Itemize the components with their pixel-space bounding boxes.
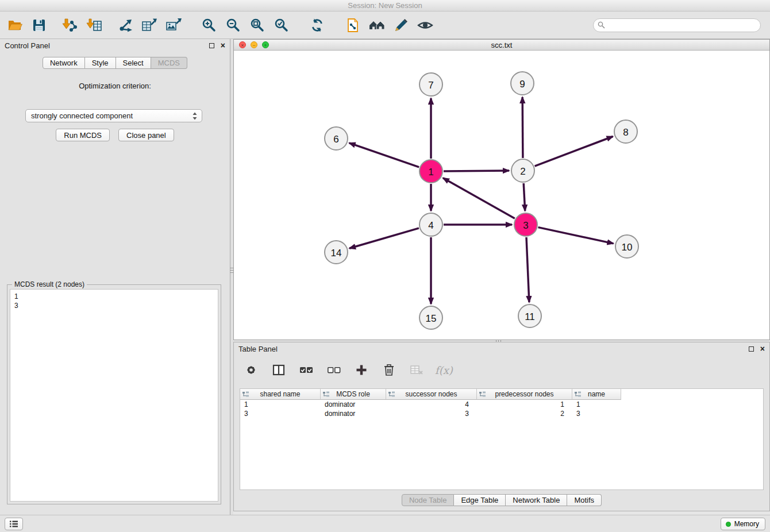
create-column-button[interactable] [352, 360, 371, 380]
graph-edge-2-3[interactable] [523, 183, 525, 211]
search-input[interactable] [593, 18, 761, 32]
maximize-window-icon[interactable]: + [262, 41, 269, 48]
close-panel-icon[interactable]: × [221, 41, 225, 49]
zoom-out-icon [226, 18, 241, 33]
mcds-result-text[interactable]: 13 [10, 289, 218, 502]
graph-edge-2-9[interactable] [522, 97, 523, 158]
table-row[interactable]: 1dominator411 [240, 400, 763, 409]
node-table: shared nameMCDS rolesuccessor nodesprede… [240, 388, 764, 490]
export-table-button[interactable] [140, 16, 159, 35]
export-image-button[interactable] [164, 16, 183, 35]
graph-node-label-11: 11 [525, 311, 535, 322]
window-titlebar[interactable]: Session: New Session [0, 0, 770, 11]
window-title: Session: New Session [348, 1, 422, 10]
table-panel-title: Table Panel [238, 345, 278, 353]
float-table-panel-icon[interactable] [749, 346, 754, 352]
zoom-in-icon [202, 18, 217, 33]
zoom-selected-button[interactable] [272, 16, 291, 35]
export-network-button[interactable] [116, 16, 134, 35]
open-session-button[interactable] [6, 16, 24, 35]
show-graphics-details-button[interactable] [416, 16, 434, 35]
zoom-fit-icon [250, 18, 265, 33]
table-cell: 1 [572, 400, 621, 409]
tab-mcds[interactable]: MCDS [151, 57, 187, 69]
graph-edge-3-1[interactable] [443, 178, 515, 218]
save-icon [32, 18, 47, 33]
pencil-annotation-icon [394, 18, 409, 33]
table-settings-button[interactable] [242, 360, 260, 380]
table-cell: 3 [386, 409, 477, 418]
first-neighbors-button[interactable] [368, 16, 386, 35]
import-table-button[interactable] [85, 16, 103, 35]
table-panel-header: Table Panel × [234, 342, 769, 356]
column-header-predecessor-nodes[interactable]: predecessor nodes [477, 389, 572, 400]
clone-network-icon [345, 18, 360, 33]
graph-edge-2-8[interactable] [535, 137, 613, 167]
task-history-button[interactable] [5, 518, 23, 530]
close-table-panel-icon[interactable]: × [760, 345, 765, 353]
table-tabs: Node Table Edge Table Network Table Moti… [234, 494, 769, 506]
select-all-button[interactable] [297, 360, 315, 380]
network-window-titlebar[interactable]: × − + scc.txt [234, 40, 769, 51]
apply-layout-button[interactable] [308, 16, 326, 35]
mcds-result-title: MCDS result (2 nodes) [12, 280, 87, 288]
graph-edge-1-2[interactable] [444, 171, 509, 171]
import-table-icon [86, 18, 102, 33]
graph-edge-4-14[interactable] [349, 228, 419, 248]
trash-icon [382, 363, 396, 377]
tab-style[interactable]: Style [85, 57, 116, 69]
annotations-button[interactable] [392, 16, 410, 35]
control-panel-header: Control Panel × [0, 39, 230, 53]
column-type-icon [575, 391, 581, 399]
zoom-out-button[interactable] [224, 16, 242, 35]
graph-edge-3-11[interactable] [526, 237, 529, 302]
import-network-button[interactable] [61, 16, 79, 35]
column-header-shared-name[interactable]: shared name [240, 389, 321, 400]
table-row[interactable]: 3dominator323 [240, 409, 763, 418]
column-header-MCDS-role[interactable]: MCDS role [321, 389, 386, 400]
run-mcds-button[interactable]: Run MCDS [56, 129, 110, 141]
column-header-label: name [588, 390, 605, 398]
table-toolbar: f(x) [242, 358, 453, 381]
tab-node-table[interactable]: Node Table [402, 494, 455, 506]
network-canvas[interactable]: 7968124314101511 [234, 51, 769, 340]
tab-edge-table[interactable]: Edge Table [454, 494, 506, 506]
plus-icon [355, 363, 368, 377]
close-panel-button[interactable]: Close panel [118, 129, 174, 141]
minimize-window-icon[interactable]: − [251, 41, 257, 48]
network-window-title: scc.txt [491, 41, 513, 49]
close-window-icon[interactable]: × [239, 41, 246, 48]
zoom-fit-button[interactable] [248, 16, 267, 35]
float-panel-icon[interactable] [209, 43, 214, 48]
tab-network[interactable]: Network [43, 57, 85, 69]
optimization-criterion-label: Optimization criterion: [0, 82, 230, 90]
deselect-all-button[interactable] [325, 360, 343, 380]
table-cell: dominator [321, 409, 386, 418]
graph-node-label-14: 14 [331, 248, 342, 259]
control-panel-tabs: Network Style Select MCDS [0, 57, 230, 69]
column-header-name[interactable]: name [572, 389, 621, 400]
tab-motifs[interactable]: Motifs [567, 494, 602, 506]
column-header-label: successor nodes [405, 390, 457, 398]
table-body: 1dominator4113dominator323 [240, 400, 763, 418]
graph-node-label-15: 15 [426, 313, 437, 324]
column-header-successor-nodes[interactable]: successor nodes [386, 389, 477, 400]
new-network-from-selection-button[interactable] [344, 16, 362, 35]
memory-button[interactable]: Memory [721, 518, 765, 530]
save-session-button[interactable] [30, 16, 48, 35]
select-all-icon [299, 363, 314, 377]
control-panel-title: Control Panel [5, 41, 50, 50]
show-columns-button[interactable] [270, 360, 288, 380]
graph-node-label-1: 1 [428, 167, 433, 178]
tab-network-table[interactable]: Network Table [506, 494, 567, 506]
global-search [593, 18, 761, 32]
optimization-criterion-select[interactable]: strongly connected component [25, 109, 202, 122]
zoom-in-button[interactable] [200, 16, 218, 35]
tab-select[interactable]: Select [116, 57, 151, 69]
delete-column-button[interactable] [380, 360, 398, 380]
column-type-icon [479, 391, 486, 399]
graph-node-label-2: 2 [520, 166, 525, 177]
column-type-icon [388, 391, 395, 399]
graph-edge-3-10[interactable] [538, 228, 614, 244]
graph-edge-1-6[interactable] [349, 143, 419, 167]
